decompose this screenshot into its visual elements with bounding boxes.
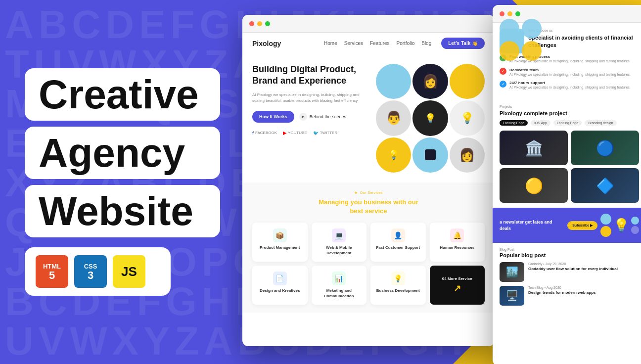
blog-meta-2: Tech Blog • Aug 2020 <box>528 286 639 289</box>
service-icon-5: 📄 <box>273 272 287 285</box>
site-cta-button[interactable]: Let's Talk 👋 <box>441 38 485 49</box>
html5-badge: HTML 5 <box>36 255 68 288</box>
hero-buttons: How It Works ▶ Behind the scenes <box>252 111 371 123</box>
tag-3[interactable]: Landing Page <box>553 120 582 126</box>
badge-agency-text: Agency <box>39 130 185 175</box>
nl-circle-4 <box>631 226 639 234</box>
blog-meta-1: Godaddy • July 29, 2020 <box>528 262 639 266</box>
browser-bar-main <box>242 15 495 33</box>
project-img-1: 🏛️ <box>500 131 568 165</box>
how-it-works-button[interactable]: How It Works <box>252 111 294 123</box>
feature-icon-3: ✓ <box>500 81 506 88</box>
badge-website: Website <box>25 185 220 237</box>
projects-section: Projects Pixology complete project Landi… <box>493 100 641 208</box>
feature-icon-2: ✓ <box>500 68 506 75</box>
deco-c-4 <box>522 41 542 61</box>
dot-green-r <box>515 11 520 16</box>
newsletter-section: a newsleter get lates and deals Subscrib… <box>493 208 641 243</box>
site-logo: Pixology <box>252 40 314 47</box>
social-links: f FACEBOOK ▶ YOUTUBE 🐦 TWITTER <box>252 131 371 136</box>
service-name-4: Human Resources <box>434 245 481 250</box>
dot-yellow-r <box>507 11 512 16</box>
youtube-link[interactable]: ▶ YOUTUBE <box>283 131 307 136</box>
feature-text-3: 24/7 hours support At Pixology we specia… <box>509 81 639 90</box>
tag-2[interactable]: iOS App <box>531 120 550 126</box>
grid-cell-6: 💡 <box>450 100 485 136</box>
deco-c-3 <box>500 41 519 61</box>
service-icon-1: 📦 <box>273 228 287 242</box>
service-more-card[interactable]: 04 More Service ↗ <box>430 266 485 305</box>
newsletter-visual: 💡 <box>600 214 639 237</box>
tag-1[interactable]: Landing Page <box>500 120 528 126</box>
service-name-5: Design and Kreatives <box>256 288 304 293</box>
nl-circles-right <box>631 217 639 234</box>
project-img-3: 🟡 <box>500 168 568 203</box>
nl-circle-2 <box>600 226 611 237</box>
newsletter-title: a newsleter get lates and deals <box>500 219 563 231</box>
service-card-2: 💻 Web & Mobile Development <box>312 223 367 262</box>
site-nav: Pixology Home Services Features Portfoli… <box>242 33 495 54</box>
service-icon-7: 💡 <box>391 272 405 285</box>
tag-4[interactable]: Branding design <box>585 120 617 126</box>
site-hero-text: Building Digital Product, Brand and Expe… <box>252 64 371 173</box>
hero-grid: 👩 👨 💡 💡 💡 👩 <box>376 64 485 173</box>
dot-red-r <box>500 11 504 16</box>
grid-cell-4: 👨 <box>376 100 411 136</box>
services-title: Managing you business with our best serv… <box>252 198 485 216</box>
nl-circle-1 <box>600 214 611 225</box>
hero-description: At Pixology we specialize in designing, … <box>252 92 371 104</box>
blog-post-title-2: Design trends for modern web apps <box>528 290 639 295</box>
dot-yellow <box>257 21 262 26</box>
service-card-4: 🔔 Human Resources <box>430 223 485 262</box>
facebook-link[interactable]: f FACEBOOK <box>252 131 277 136</box>
blog-post-2: 🖥️ Tech Blog • Aug 2020 Design trends fo… <box>500 286 639 306</box>
service-card-3: 👤 Fast Customer Support <box>370 223 426 262</box>
grid-cell-3 <box>450 64 485 99</box>
service-icon-4: 🔔 <box>450 228 464 242</box>
feature-2: ✓ Dedicated team At Pixology we speciali… <box>500 68 639 77</box>
project-tags: Landing Page iOS App Landing Page Brandi… <box>500 120 639 126</box>
services-subtitle: ★ Our Services <box>252 190 485 195</box>
newsletter-right: Subscribe ▶ 💡 <box>567 214 639 237</box>
badge-creative-text: Creative <box>39 72 199 117</box>
why-title: Specialist in avoiding clients of financ… <box>528 34 639 49</box>
service-name-2: Web & Mobile Development <box>316 245 363 256</box>
newsletter-text: a newsleter get lates and deals <box>500 219 563 231</box>
service-name-6: Meketing and Communication <box>316 288 363 299</box>
grid-cell-9: 👩 <box>450 137 485 173</box>
badge-creative: Creative <box>25 68 220 121</box>
twitter-link[interactable]: 🐦 TWITTER <box>313 131 338 136</box>
blog-post-1: 🏙️ Godaddy • July 29, 2020 Godaddy user … <box>500 262 639 282</box>
project-img-4: 🔷 <box>571 168 639 203</box>
service-icon-6: 📊 <box>332 272 346 285</box>
service-card-5: 📄 Design and Kreatives <box>252 266 308 305</box>
service-more-arrow: ↗ <box>454 283 461 294</box>
grid-cell-5: 💡 <box>412 100 448 136</box>
blog-thumb-1: 🏙️ <box>500 262 524 282</box>
grid-cell-7: 💡 <box>376 137 411 173</box>
blog-info-1: Godaddy • July 29, 2020 Godaddy user flo… <box>528 262 639 272</box>
grid-cell-8 <box>412 137 448 173</box>
play-icon: ▶ <box>299 113 307 121</box>
dot-red <box>249 21 254 26</box>
service-icon-3: 👤 <box>391 228 405 242</box>
why-label: Why Choose us <box>528 29 639 32</box>
badge-website-text: Website <box>39 188 193 233</box>
behind-scenes-button[interactable]: ▶ Behind the scenes <box>299 113 346 121</box>
blog-title: Popular blog post <box>500 252 639 258</box>
site-nav-links: Home Services Features Portfolio Blog <box>324 41 431 46</box>
blog-post-title-1: Godaddy user flow solution for every ind… <box>528 267 639 272</box>
blog-label: Blog Post <box>500 248 639 251</box>
bulb-icon: 💡 <box>613 218 629 233</box>
service-more-text: 04 More Service <box>442 276 472 281</box>
site-hero: Building Digital Product, Brand and Expe… <box>242 54 495 182</box>
left-panel: Creative Agency Website HTML 5 CSS 3 JS <box>0 0 235 364</box>
service-card-6: 📊 Meketing and Communication <box>312 266 367 305</box>
why-text: Why Choose us Specialist in avoiding cli… <box>528 29 639 54</box>
nl-circle-3 <box>631 217 639 225</box>
subscribe-button[interactable]: Subscribe ▶ <box>567 221 597 230</box>
browser-main: Pixology Home Services Features Portfoli… <box>242 15 495 346</box>
service-icon-2: 💻 <box>332 228 346 242</box>
browser-content-main: Pixology Home Services Features Portfoli… <box>242 33 495 346</box>
blog-section: Blog Post Popular blog post 🏙️ Godaddy •… <box>493 243 641 311</box>
